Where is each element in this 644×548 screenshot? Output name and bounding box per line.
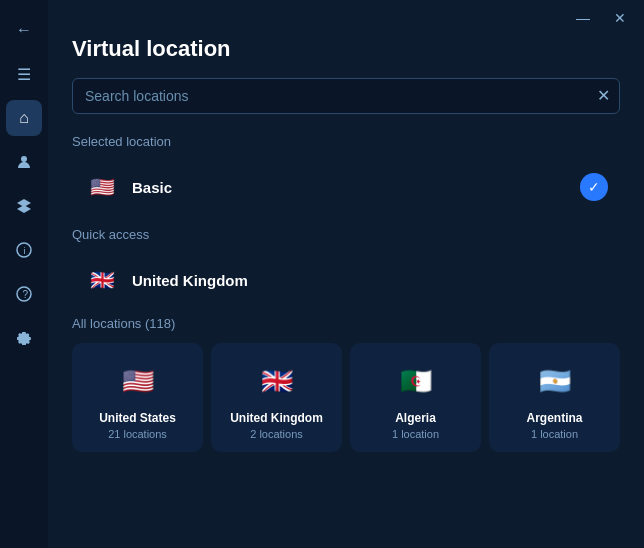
card-flag-us: 🇺🇸 <box>116 359 160 403</box>
card-sub-dz: 1 location <box>392 428 439 440</box>
main-panel: — ✕ Virtual location ✕ Selected location… <box>48 0 644 548</box>
svg-text:?: ? <box>23 289 29 300</box>
card-flag-uk: 🇬🇧 <box>255 359 299 403</box>
sidebar-item-help[interactable]: ? <box>6 276 42 312</box>
card-name-us: United States <box>99 411 176 425</box>
svg-text:i: i <box>24 246 26 256</box>
location-card-uk[interactable]: 🇬🇧 United Kingdom 2 locations <box>211 343 342 452</box>
sidebar-item-info[interactable]: i <box>6 232 42 268</box>
close-button[interactable]: ✕ <box>608 8 632 28</box>
content-area: Virtual location ✕ Selected location 🇺🇸 … <box>48 36 644 548</box>
sidebar-item-back[interactable]: ← <box>6 12 42 48</box>
locations-grid: 🇺🇸 United States 21 locations 🇬🇧 United … <box>72 343 620 452</box>
quick-access-uk-name: United Kingdom <box>132 272 248 289</box>
search-container: ✕ <box>72 78 620 114</box>
selected-location-name: Basic <box>132 179 172 196</box>
quick-access-uk-flag: 🇬🇧 <box>84 262 120 298</box>
selected-location-label: Selected location <box>72 134 620 149</box>
sidebar: ← ☰ ⌂ i ? <box>0 0 48 548</box>
search-clear-button[interactable]: ✕ <box>597 88 610 104</box>
location-card-ar[interactable]: 🇦🇷 Argentina 1 location <box>489 343 620 452</box>
selected-location-row[interactable]: 🇺🇸 Basic ✓ <box>72 159 620 215</box>
location-card-us[interactable]: 🇺🇸 United States 21 locations <box>72 343 203 452</box>
sidebar-item-account[interactable] <box>6 144 42 180</box>
quick-access-label: Quick access <box>72 227 620 242</box>
sidebar-item-layers[interactable] <box>6 188 42 224</box>
page-title: Virtual location <box>72 36 620 62</box>
card-sub-uk: 2 locations <box>250 428 303 440</box>
card-sub-us: 21 locations <box>108 428 167 440</box>
quick-access-uk-row[interactable]: 🇬🇧 United Kingdom <box>72 252 620 308</box>
sidebar-item-settings[interactable] <box>6 320 42 356</box>
selected-check-icon: ✓ <box>580 173 608 201</box>
card-name-dz: Algeria <box>395 411 436 425</box>
all-locations-label: All locations (118) <box>72 316 620 331</box>
card-flag-dz: 🇩🇿 <box>394 359 438 403</box>
sidebar-item-home[interactable]: ⌂ <box>6 100 42 136</box>
location-card-dz[interactable]: 🇩🇿 Algeria 1 location <box>350 343 481 452</box>
selected-location-flag: 🇺🇸 <box>84 169 120 205</box>
sidebar-item-menu[interactable]: ☰ <box>6 56 42 92</box>
minimize-button[interactable]: — <box>570 8 596 28</box>
card-name-ar: Argentina <box>526 411 582 425</box>
svg-point-0 <box>21 156 27 162</box>
search-input[interactable] <box>72 78 620 114</box>
titlebar: — ✕ <box>48 0 644 36</box>
card-name-uk: United Kingdom <box>230 411 323 425</box>
card-flag-ar: 🇦🇷 <box>533 359 577 403</box>
card-sub-ar: 1 location <box>531 428 578 440</box>
